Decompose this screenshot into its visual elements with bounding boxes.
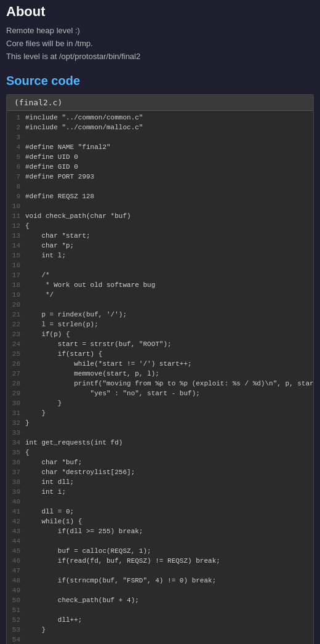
line-code: char *destroylist[256]; — [25, 468, 313, 478]
line-number: 19 — [7, 291, 25, 300]
line-number: 11 — [7, 212, 25, 222]
code-filename: (final2.c) — [7, 95, 313, 111]
line-code: #define GID 0 — [25, 163, 313, 172]
line-code: dll++; — [25, 616, 313, 626]
table-row: 22 l = strlen(p); — [7, 320, 313, 330]
line-number: 48 — [7, 576, 25, 586]
code-container: (final2.c) 1#include "../common/common.c… — [6, 94, 314, 644]
line-code: * Work out old software bug — [25, 281, 313, 291]
line-number: 49 — [7, 586, 25, 596]
line-code: if(read(fd, buf, REQSZ) != REQSZ) break; — [25, 557, 313, 566]
line-code: #define REQSZ 128 — [25, 192, 313, 202]
line-number: 52 — [7, 616, 25, 626]
table-row: 27 memmove(start, p, l); — [7, 369, 313, 379]
line-number: 13 — [7, 231, 25, 241]
line-code: } — [25, 419, 313, 429]
table-row: 50 check_path(buf + 4); — [7, 596, 313, 606]
table-row: 43 if(dll >= 255) break; — [7, 527, 313, 537]
table-row: 21 p = rindex(buf, '/'); — [7, 310, 313, 320]
line-number: 53 — [7, 626, 25, 635]
table-row: 39 int i; — [7, 488, 313, 497]
line-code: if(p) { — [25, 330, 313, 340]
line-code: /* — [25, 271, 313, 281]
line-number: 43 — [7, 527, 25, 537]
line-code: } — [25, 399, 313, 409]
line-number: 12 — [7, 222, 25, 231]
line-code: #define UID 0 — [25, 153, 313, 163]
line-number: 8 — [7, 182, 25, 192]
line-number: 41 — [7, 507, 25, 517]
line-code: int dll; — [25, 478, 313, 488]
table-row: 13 char *start; — [7, 231, 313, 241]
table-row: 38 int dll; — [7, 478, 313, 488]
table-row: 46 if(read(fd, buf, REQSZ) != REQSZ) bre… — [7, 557, 313, 566]
line-code: while(*start != '/') start++; — [25, 360, 313, 369]
line-number: 37 — [7, 468, 25, 478]
line-code: memmove(start, p, l); — [25, 369, 313, 379]
line-number: 40 — [7, 497, 25, 507]
line-number: 45 — [7, 547, 25, 557]
line-number: 30 — [7, 399, 25, 409]
line-code: if(dll >= 255) break; — [25, 527, 313, 537]
about-title: About — [6, 4, 314, 20]
line-number: 28 — [7, 379, 25, 389]
line-number: 36 — [7, 458, 25, 468]
line-number: 42 — [7, 517, 25, 527]
table-row: 24 start = strstr(buf, "ROOT"); — [7, 340, 313, 350]
line-code: if(strncmp(buf, "FSRD", 4) != 0) break; — [25, 576, 313, 586]
table-row: 12{ — [7, 222, 313, 231]
table-row: 1#include "../common/common.c" — [7, 113, 313, 123]
line-code: "yes" : "no", start - buf); — [25, 389, 313, 399]
table-row: 49 — [7, 586, 313, 596]
table-row: 33 — [7, 429, 313, 438]
table-row: 17 /* — [7, 271, 313, 281]
table-row: 44 — [7, 537, 313, 547]
table-row: 14 char *p; — [7, 241, 313, 251]
table-row: 4#define NAME "final2" — [7, 143, 313, 153]
line-code: int i; — [25, 488, 313, 497]
line-code: } — [25, 626, 313, 635]
source-title: Source code — [6, 74, 314, 88]
line-number: 35 — [7, 448, 25, 458]
line-code: #define NAME "final2" — [25, 143, 313, 153]
line-number: 9 — [7, 192, 25, 202]
line-code: int get_requests(int fd) — [25, 438, 313, 448]
line-code: l = strlen(p); — [25, 320, 313, 330]
line-number: 15 — [7, 251, 25, 261]
line-number: 51 — [7, 606, 25, 616]
about-line-1: Remote heap level :) — [6, 25, 314, 38]
line-code: { — [25, 222, 313, 231]
line-number: 22 — [7, 320, 25, 330]
line-number: 25 — [7, 350, 25, 360]
table-row: 5#define UID 0 — [7, 153, 313, 163]
table-row: 40 — [7, 497, 313, 507]
table-row: 2#include "../common/malloc.c" — [7, 123, 313, 133]
table-row: 36 char *buf; — [7, 458, 313, 468]
line-number: 2 — [7, 123, 25, 133]
table-row: 11void check_path(char *buf) — [7, 212, 313, 222]
table-row: 7#define PORT 2993 — [7, 172, 313, 182]
table-row: 37 char *destroylist[256]; — [7, 468, 313, 478]
line-number: 34 — [7, 438, 25, 448]
table-row: 53 } — [7, 626, 313, 635]
table-row: 34int get_requests(int fd) — [7, 438, 313, 448]
line-code: p = rindex(buf, '/'); — [25, 310, 313, 320]
line-code: buf = calloc(REQSZ, 1); — [25, 547, 313, 557]
table-row: 16 — [7, 261, 313, 271]
line-code: #include "../common/common.c" — [25, 113, 313, 123]
table-row: 19 */ — [7, 291, 313, 300]
line-number: 7 — [7, 172, 25, 182]
line-number: 23 — [7, 330, 25, 340]
table-row: 18 * Work out old software bug — [7, 281, 313, 291]
line-number: 27 — [7, 369, 25, 379]
table-row: 42 while(1) { — [7, 517, 313, 527]
line-code: start = strstr(buf, "ROOT"); — [25, 340, 313, 350]
line-number: 32 — [7, 419, 25, 429]
line-number: 18 — [7, 281, 25, 291]
table-row: 26 while(*start != '/') start++; — [7, 360, 313, 369]
line-code: char *buf; — [25, 458, 313, 468]
table-row: 31 } — [7, 409, 313, 419]
line-number: 38 — [7, 478, 25, 488]
table-row: 8 — [7, 182, 313, 192]
line-number: 17 — [7, 271, 25, 281]
